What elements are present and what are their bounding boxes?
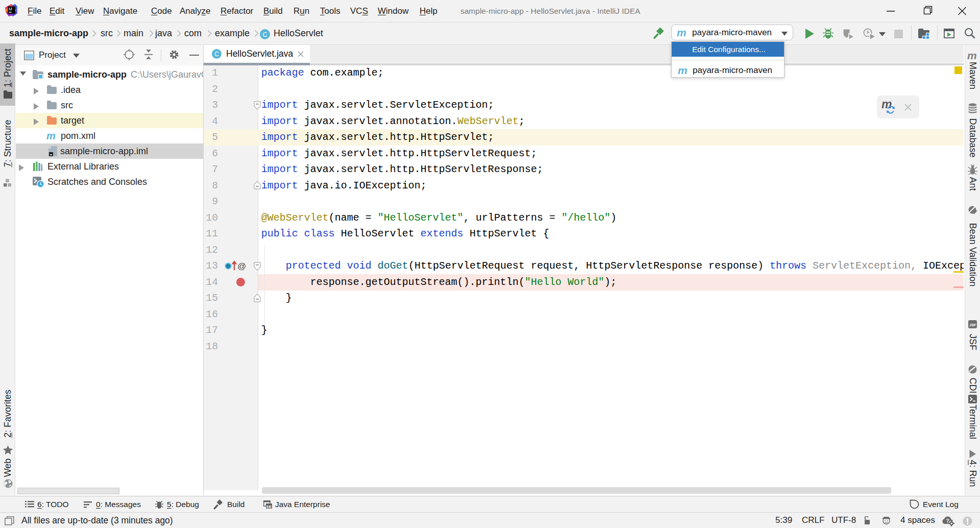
svg-text:EE: EE	[266, 504, 272, 509]
svg-text:?: ?	[946, 518, 949, 524]
svg-text:C: C	[214, 51, 219, 58]
svg-text:IJ: IJ	[9, 7, 12, 11]
svg-text:C: C	[263, 31, 267, 38]
svg-text:JSF: JSF	[969, 323, 976, 327]
